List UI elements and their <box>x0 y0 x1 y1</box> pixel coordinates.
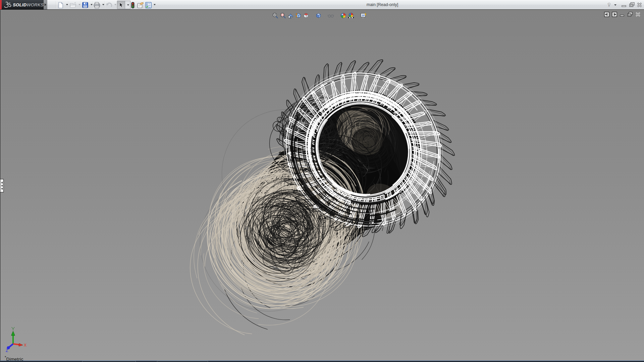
title-bar: SOLIDWORKS main [Read-only] ? <box>0 0 644 10</box>
reference-triad: X Z <box>2 326 35 360</box>
toolbar-separator <box>68 1 68 8</box>
notebook-button[interactable] <box>137 1 144 9</box>
titlebar-highlight <box>0 0 644 0</box>
turbine-model-wireframe[interactable] <box>0 10 644 361</box>
doc-dock-left-button[interactable] <box>604 12 609 17</box>
open-button[interactable] <box>69 1 77 9</box>
svg-text:Z: Z <box>6 348 8 353</box>
windows-taskbar-edge[interactable] <box>0 361 644 362</box>
new-button[interactable] <box>57 1 64 9</box>
window-help-button[interactable]: ? <box>606 1 612 8</box>
window-restore-button[interactable] <box>629 1 635 8</box>
doc-close-button[interactable] <box>635 12 641 17</box>
section-view-button[interactable] <box>294 12 302 19</box>
dropdown-arrow-icon[interactable] <box>114 4 116 5</box>
edit-appearance-button[interactable] <box>339 12 347 19</box>
toolbar-separator <box>116 1 117 8</box>
window-minimize-button[interactable] <box>621 1 627 8</box>
collapse-arrow-icon <box>1 185 3 187</box>
hide-show-items-button[interactable] <box>327 12 335 19</box>
dropdown-arrow-icon[interactable] <box>91 4 93 5</box>
window-close-button[interactable] <box>636 1 643 8</box>
select-tool-group <box>117 1 130 9</box>
headsup-view-toolbar <box>271 11 367 19</box>
dropdown-arrow-icon[interactable] <box>102 4 104 5</box>
window-help-dropdown-button[interactable] <box>613 1 617 8</box>
save-button[interactable] <box>82 1 89 9</box>
3ds-logo-icon <box>4 1 12 8</box>
menu-expand-button[interactable] <box>44 0 47 9</box>
expand-right-icon <box>45 3 46 6</box>
svg-text:X: X <box>24 343 26 348</box>
featuremanager-collapsed-tab[interactable] <box>0 179 4 192</box>
dropdown-arrow-icon[interactable] <box>154 4 156 5</box>
apply-scene-button[interactable] <box>347 12 355 19</box>
select-tool-button[interactable] <box>117 1 125 9</box>
toolbar-separator <box>104 1 105 8</box>
traffic-light-button[interactable] <box>129 1 137 9</box>
toolbar-separator <box>56 1 56 8</box>
solidworks-window: X Z *Dimetric SOLIDWORKS main [Read-only… <box>0 0 644 362</box>
solidworks-wordmark: SOLIDWORKS <box>13 2 44 7</box>
doc-dock-right-button[interactable] <box>612 12 617 17</box>
previous-view-button[interactable] <box>287 12 294 19</box>
svg-text:?: ? <box>607 2 610 7</box>
view-orientation-button[interactable] <box>302 12 310 19</box>
doc-minimize-button[interactable] <box>620 12 625 17</box>
collapse-arrow-icon <box>1 182 3 184</box>
dropdown-arrow-icon <box>127 4 129 6</box>
undo-button[interactable] <box>105 1 113 9</box>
display-style-button[interactable] <box>315 12 322 19</box>
document-window-controls <box>604 12 641 17</box>
dropdown-arrow-icon[interactable] <box>66 4 68 5</box>
print-button[interactable] <box>93 1 101 9</box>
dropdown-arrow-icon[interactable] <box>78 4 80 5</box>
zoom-to-fit-button[interactable] <box>271 12 279 19</box>
view-settings-button[interactable] <box>360 12 367 19</box>
doc-restore-button[interactable] <box>627 12 633 17</box>
graphics-viewport[interactable]: X Z *Dimetric <box>0 10 644 361</box>
solidworks-logo: SOLIDWORKS <box>2 0 44 9</box>
collapse-arrow-icon <box>1 188 3 190</box>
document-title: main [Read-only] <box>342 0 423 9</box>
zoom-to-area-button[interactable] <box>279 12 287 19</box>
checklist-button[interactable] <box>145 1 152 9</box>
